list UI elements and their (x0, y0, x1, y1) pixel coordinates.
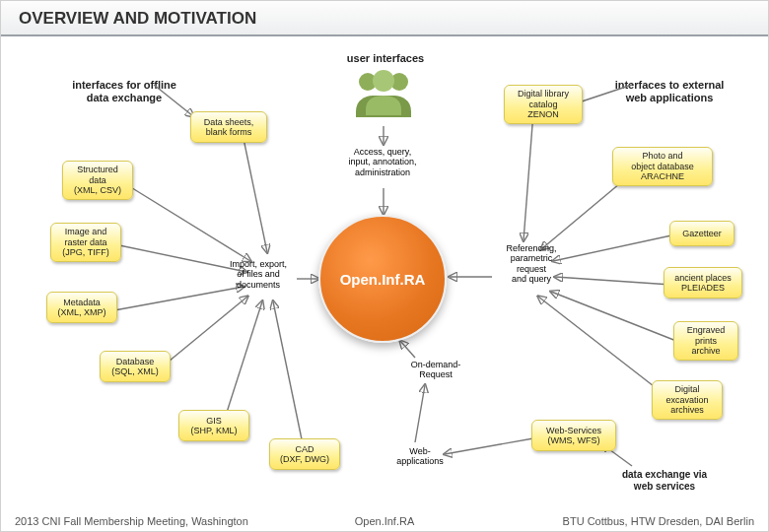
node-gis: GIS(SHP, KML) (178, 410, 249, 441)
svg-line-13 (273, 301, 302, 439)
footer-left: 2013 CNI Fall Membership Meeting, Washin… (15, 515, 248, 527)
svg-line-7 (243, 134, 267, 252)
svg-line-11 (164, 297, 247, 366)
node-image: Image andraster data(JPG, TIFF) (50, 223, 121, 262)
people-icon (348, 68, 419, 125)
svg-line-18 (555, 277, 671, 285)
footer-center: Open.Inf.RA (355, 515, 415, 527)
label-webapps: Web-applications (390, 446, 450, 467)
node-structured: Structureddata(XML, CSV) (62, 161, 133, 200)
node-excavation: Digitalexcavationarchives (652, 380, 723, 420)
node-wms: Web-Services(WMS, WFS) (531, 420, 616, 451)
label-referencing: Referencing,parametricrequestand query (492, 243, 571, 284)
heading-offline: interfaces for offlinedata exchange (60, 79, 188, 103)
svg-line-25 (400, 341, 415, 358)
svg-line-12 (223, 301, 262, 425)
center-hub: Open.Inf.RA (318, 215, 447, 343)
node-engraved: Engravedprintsarchive (673, 321, 738, 361)
svg-line-23 (445, 438, 533, 454)
node-gazetteer: Gazetteer (669, 221, 734, 246)
page-title: OVERVIEW AND MOTIVATION (1, 1, 768, 36)
node-metadata: Metadata(XML, XMP) (46, 292, 117, 323)
svg-point-2 (373, 70, 394, 92)
label-access: Access, query,input, annotation,administ… (333, 147, 432, 177)
label-ondemand: On-demand-Request (401, 360, 470, 380)
node-datasheets: Data sheets,blank forms (190, 111, 267, 143)
heading-webservices: data exchange viaweb services (591, 469, 738, 492)
svg-line-10 (114, 287, 244, 310)
node-pleiades: ancient placesPLEIADES (664, 267, 742, 299)
label-import-export: Import, export,of files anddocuments (220, 259, 297, 290)
svg-line-24 (415, 385, 425, 442)
heading-user-interfaces: user interfaces (331, 52, 440, 65)
node-cad: CAD(DXF, DWG) (269, 438, 340, 470)
svg-line-8 (129, 186, 250, 261)
heading-external: interfaces to externalweb applications (605, 79, 734, 103)
svg-line-17 (553, 235, 671, 261)
slide: OVERVIEW AND MOTIVATION user interfaces … (0, 0, 769, 532)
node-zenon: Digital librarycatalogZENON (504, 85, 583, 124)
svg-line-19 (551, 292, 681, 343)
svg-line-15 (524, 112, 533, 240)
node-arachne: Photo andobject databaseARACHNE (612, 147, 713, 186)
footer-right: BTU Cottbus, HTW Dresden, DAI Berlin (563, 515, 754, 527)
node-database: Database(SQL, XML) (100, 351, 171, 382)
